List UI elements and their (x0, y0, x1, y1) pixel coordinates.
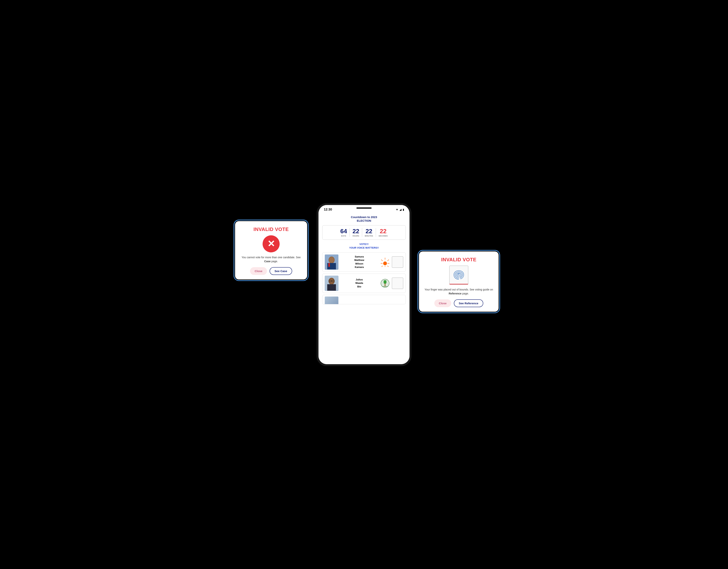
seconds-label: SECONDS (379, 235, 388, 237)
countdown-minutes: 22 MINUTES (362, 228, 376, 237)
candidate-face-2 (325, 276, 338, 290)
candidate-photo-partial (325, 296, 338, 304)
countdown-seconds: 22 SECONDS (376, 228, 390, 237)
error-circle-icon: ✕ (263, 235, 280, 253)
slpp-party-logo (380, 279, 390, 288)
dialog-invalid-vote-right: INVALID VOTE Your finger was placed out … (419, 252, 499, 312)
svg-rect-17 (327, 284, 336, 290)
vote-box-2[interactable] (392, 278, 403, 289)
app-title: Countdown to 2023 ELECTION (322, 215, 406, 223)
vote-box-1[interactable] (392, 257, 403, 268)
see-case-button[interactable]: See Case (270, 267, 292, 275)
dialog-left-title: INVALID VOTE (240, 227, 302, 232)
x-mark-icon: ✕ (267, 239, 275, 249)
signal-icon: ◢ (399, 208, 402, 211)
svg-line-13 (381, 260, 383, 261)
minutes-value: 22 (366, 228, 372, 234)
candidate-row-2: Julius Maada Bio (322, 274, 406, 293)
dialog-invalid-vote-left: INVALID VOTE ✕ You cannot vote for more … (235, 221, 307, 280)
candidate-face-1 (325, 255, 338, 270)
hours-label: HOURS (353, 235, 359, 237)
fingerprint-box-icon (449, 266, 468, 284)
countdown-box: 64 DAYS 22 HOURS 22 MINUTES 22 SECONDS (322, 225, 406, 240)
minutes-label: MINUTES (365, 235, 373, 237)
svg-point-14 (384, 262, 386, 265)
fingerprint-svg-icon (453, 270, 464, 281)
dialog-left-buttons: Close See Case (240, 267, 302, 275)
countdown-days: 64 DAYS (338, 228, 350, 237)
phone-camera (356, 207, 372, 209)
wifi-icon: ▼ (396, 208, 398, 211)
candidate-list: Samura Matthew Wilson Kamara (322, 253, 406, 304)
svg-line-9 (388, 266, 389, 267)
days-value: 64 (340, 228, 347, 234)
dialog-left-close-button[interactable]: Close (250, 267, 267, 275)
svg-point-18 (329, 278, 334, 284)
dialog-left-icon-area: ✕ (240, 235, 302, 253)
status-time: 12:30 (324, 208, 332, 212)
candidate-photo-1 (325, 255, 338, 270)
days-label: DAYS (341, 235, 346, 237)
svg-rect-3 (328, 263, 330, 267)
candidate-name-2: Julius Maada Bio (340, 278, 378, 288)
status-icons: ▼ ◢ ▮ (396, 208, 404, 211)
dialog-right-buttons: Close See Reference (424, 299, 493, 307)
svg-point-4 (329, 257, 334, 263)
see-reference-button[interactable]: See Reference (454, 299, 483, 307)
candidate-photo-2 (325, 276, 338, 291)
dialog-right-body: Your finger was placed out of bounds. Se… (424, 287, 493, 295)
phone-device: 12:30 ▼ ◢ ▮ Countdown to 2023 ELECTION 6… (317, 203, 411, 366)
candidate-row: Samura Matthew Wilson Kamara (322, 253, 406, 272)
dialog-right-close-button[interactable]: Close (434, 299, 451, 307)
phone-screen: 12:30 ▼ ◢ ▮ Countdown to 2023 ELECTION 6… (319, 205, 409, 364)
app-content: Countdown to 2023 ELECTION 64 DAYS 22 HO… (319, 212, 409, 364)
candidate-name-1: Samura Matthew Wilson Kamara (340, 255, 378, 269)
svg-line-7 (388, 260, 389, 261)
countdown-hours: 22 HOURS (350, 228, 362, 237)
svg-line-11 (381, 266, 383, 267)
apc-party-logo (380, 257, 390, 267)
seconds-value: 22 (380, 228, 387, 234)
dialog-right-title: INVALID VOTE (424, 257, 493, 263)
dialog-right-icon-area (424, 266, 493, 284)
hours-value: 22 (352, 228, 359, 234)
scene: 12:30 ▼ ◢ ▮ Countdown to 2023 ELECTION 6… (241, 195, 487, 374)
battery-icon: ▮ (403, 208, 404, 211)
vote-slogan: VOTE!!! YOUR VOICE MATTERS!! (322, 242, 406, 250)
dialog-left-body: You cannot vote for more than one candid… (240, 256, 302, 264)
candidate-row-partial (322, 295, 406, 304)
